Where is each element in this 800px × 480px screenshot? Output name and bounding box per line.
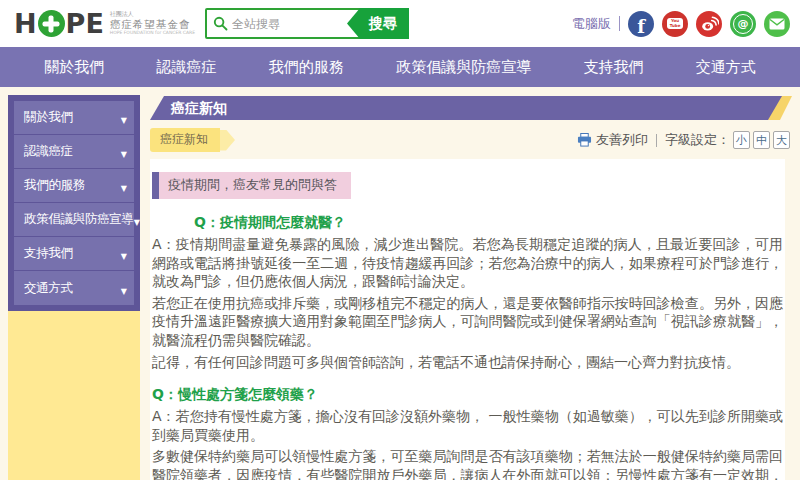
facebook-icon[interactable] (628, 11, 654, 37)
qa-item: Q：慢性處方箋怎麼領藥？ A：若您持有慢性處方箋，擔心沒有回診沒額外藥物， 一般… (152, 386, 783, 480)
sidebar-item[interactable]: 支持我們 (14, 237, 134, 271)
answer: A：若您持有慢性處方箋，擔心沒有回診沒額外藥物， 一般性藥物（如過敏藥），可以先… (152, 407, 783, 480)
sidebar-item-label: 認識癌症 (24, 143, 73, 160)
answer-paragraph: 多數健保特約藥局可以領慢性處方箋，可至藥局詢問是否有該項藥物；若無法於一般健保特… (152, 447, 783, 480)
page-title: 癌症新知 (150, 96, 782, 120)
page-body: 關於我們 認識癌症 我們的服務 政策倡議與防癌宣導 (0, 87, 800, 480)
logo-org-text: 社團法人 癌症希望基金會 HOPE FOUNDATION for CANCER … (110, 11, 195, 35)
youtube-icon[interactable] (662, 11, 688, 37)
qa-list: Q：疫情期間怎麼就醫？ A：疫情期間盡量避免暴露的風險，減少進出醫院。若您為長期… (152, 214, 783, 480)
chevron-down-icon (121, 142, 127, 161)
search-icon (213, 16, 228, 31)
header-links: 電腦版 (572, 0, 790, 47)
page-title-banner: 癌症新知 (150, 96, 792, 120)
chevron-down-icon (121, 108, 127, 127)
sidebar-item[interactable]: 關於我們 (14, 101, 134, 135)
sidebar-item-label: 交通方式 (24, 280, 73, 297)
sidebar-item[interactable]: 認識癌症 (14, 135, 134, 169)
org-name-label: 癌症希望基金會 (110, 18, 195, 30)
font-size-button[interactable]: 大 (773, 131, 790, 149)
divider (656, 134, 657, 147)
youtube-screen (667, 18, 683, 29)
sidebar-panel (8, 311, 140, 480)
nav-item[interactable]: 支持我們 (583, 58, 643, 77)
email-icon[interactable] (764, 11, 790, 37)
main-content: 癌症新知 癌症新知 友善列印 字級設定： 小 中 (150, 87, 792, 480)
sidebar-item[interactable]: 交通方式 (14, 271, 134, 305)
answer-paragraph: 記得，有任何回診問題可多與個管師諮詢，若電話不通也請保持耐心，團結一心齊力對抗疫… (152, 353, 783, 372)
main-nav: 關於我們 認識癌症 我們的服務 政策倡議與防癌宣導 支持我們 交通方式 (0, 47, 800, 87)
weibo-icon[interactable] (696, 11, 722, 37)
nav-item[interactable]: 政策倡議與防癌宣導 (396, 58, 531, 77)
header: H PE 社團法人 癌症希望基金會 HOPE FOUNDATION for CA… (0, 0, 800, 47)
org-type-label: 社團法人 (110, 11, 195, 18)
sidebar-menu: 關於我們 認識癌症 我們的服務 政策倡議與防癌宣導 (8, 95, 140, 311)
breadcrumb-row: 癌症新知 友善列印 字級設定： 小 中 大 (150, 129, 792, 151)
question: Q：疫情期間怎麼就醫？ (152, 214, 783, 232)
line-at-icon[interactable] (730, 11, 756, 37)
question: Q：慢性處方箋怎麼領藥？ (152, 386, 783, 404)
answer-paragraph: A：疫情期間盡量避免暴露的風險，減少進出醫院。若您為長期穩定追蹤的病人，且最近要… (152, 235, 783, 291)
site-search: 搜尋 (205, 8, 409, 39)
printer-icon (577, 133, 592, 147)
article-highlight-title: 疫情期間，癌友常見的問與答 (152, 172, 351, 199)
divider (619, 16, 620, 31)
qa-item: Q：疫情期間怎麼就醫？ A：疫情期間盡量避免暴露的風險，減少進出醫院。若您為長期… (152, 214, 783, 371)
chevron-right-icon (220, 130, 235, 151)
desktop-version-link[interactable]: 電腦版 (572, 15, 611, 33)
nav-item[interactable]: 我們的服務 (269, 58, 344, 77)
sidebar-item-label: 政策倡議與防癌宣導 (24, 211, 134, 228)
search-button[interactable]: 搜尋 (347, 8, 409, 39)
nav-item[interactable]: 認識癌症 (156, 58, 216, 77)
sidebar-item-label: 關於我們 (24, 109, 73, 126)
logo-text-h: H (14, 10, 37, 37)
sidebar-item-label: 支持我們 (24, 245, 73, 262)
nav-item[interactable]: 關於我們 (44, 58, 104, 77)
chevron-down-icon (121, 279, 127, 298)
ring (733, 14, 753, 34)
nav-item[interactable]: 交通方式 (696, 58, 756, 77)
chevron-down-icon (134, 210, 140, 229)
plus-circle-icon (38, 10, 65, 37)
answer: A：疫情期間盡量避免暴露的風險，減少進出醫院。若您為長期穩定追蹤的病人，且最近要… (152, 235, 783, 371)
print-link[interactable]: 友善列印 (596, 131, 648, 149)
logo-text-pe: PE (66, 10, 104, 37)
font-size-button[interactable]: 中 (753, 131, 770, 149)
sidebar-item[interactable]: 我們的服務 (14, 169, 134, 203)
breadcrumb-item[interactable]: 癌症新知 (150, 128, 220, 152)
font-size-button[interactable]: 小 (733, 131, 750, 149)
chevron-down-icon (121, 244, 127, 263)
org-en-label: HOPE FOUNDATION for CANCER CARE (110, 30, 195, 35)
page-tools: 友善列印 字級設定： 小 中 大 (577, 131, 790, 149)
font-size-buttons: 小 中 大 (730, 131, 790, 149)
sidebar: 關於我們 認識癌症 我們的服務 政策倡議與防癌宣導 (8, 95, 140, 480)
answer-paragraph: A：若您持有慢性處方箋，擔心沒有回診沒額外藥物， 一般性藥物（如過敏藥），可以先… (152, 407, 783, 444)
breadcrumb: 癌症新知 (150, 128, 235, 152)
font-size-label: 字級設定： (665, 131, 730, 149)
answer-paragraph: 若您正在使用抗癌或排斥藥，或剛移植完不穩定的病人，還是要依醫師指示按時回診檢查。… (152, 294, 783, 350)
hope-logo[interactable]: H PE 社團法人 癌症希望基金會 HOPE FOUNDATION for CA… (14, 10, 195, 37)
chevron-down-icon (121, 176, 127, 195)
article-panel: 疫情期間，癌友常見的問與答 Q：疫情期間怎麼就醫？ A：疫情期間盡量避免暴露的風… (150, 159, 785, 480)
sidebar-item[interactable]: 政策倡議與防癌宣導 (14, 203, 134, 237)
sidebar-item-label: 我們的服務 (24, 177, 85, 194)
